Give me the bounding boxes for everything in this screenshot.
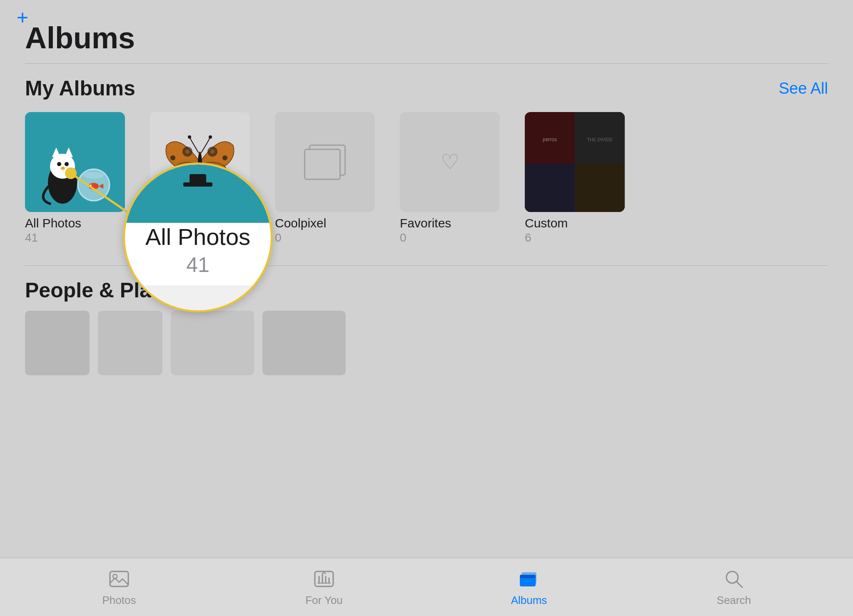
for-you-tab-icon xyxy=(312,567,336,591)
favorites-count: 0 xyxy=(400,231,500,244)
svg-point-19 xyxy=(210,150,214,154)
zoom-count: 41 xyxy=(186,253,210,277)
all-photos-thumb xyxy=(25,112,125,212)
zoom-bubble: All Photos 41 xyxy=(123,162,273,312)
svg-point-8 xyxy=(65,162,69,166)
svg-rect-38 xyxy=(520,575,536,578)
svg-point-24 xyxy=(209,135,212,139)
svg-point-21 xyxy=(222,155,227,160)
favorites-thumb: ♡ xyxy=(400,112,500,212)
see-all-button[interactable]: See All xyxy=(779,80,828,97)
svg-point-17 xyxy=(185,150,190,154)
albums-icon xyxy=(518,568,540,590)
albums-tab-icon xyxy=(517,567,541,591)
tab-for-you[interactable]: For You xyxy=(222,567,426,607)
people-item-3[interactable] xyxy=(171,311,254,375)
coolpixel-count: 0 xyxy=(275,231,375,244)
tab-photos-label: Photos xyxy=(102,594,136,607)
svg-point-14 xyxy=(90,185,92,186)
album-item-all-photos[interactable]: All Photos 41 xyxy=(25,112,125,244)
coolpixel-thumb xyxy=(275,112,375,212)
svg-point-9 xyxy=(61,167,65,170)
people-item-2[interactable] xyxy=(98,311,162,375)
album-item-custom[interactable]: perros THE DIVIDE xyxy=(525,112,625,244)
svg-rect-29 xyxy=(525,164,575,212)
custom-name: Custom xyxy=(525,216,625,230)
photo-placeholder-icon xyxy=(304,145,346,180)
tab-albums[interactable]: Albums xyxy=(426,567,631,607)
svg-rect-32 xyxy=(190,174,206,186)
svg-text:THE DIVIDE: THE DIVIDE xyxy=(587,137,613,142)
hat-icon xyxy=(181,172,214,197)
album-item-favorites[interactable]: ♡ Favorites 0 xyxy=(400,112,500,244)
hat-container xyxy=(181,172,214,199)
svg-point-23 xyxy=(188,135,191,139)
for-you-icon xyxy=(313,568,335,590)
svg-rect-35 xyxy=(315,571,333,586)
tab-search[interactable]: Search xyxy=(631,567,836,607)
section-header: My Albums See All xyxy=(25,76,828,100)
svg-text:perros: perros xyxy=(543,137,557,142)
header: + Albums xyxy=(0,0,853,63)
custom-count: 6 xyxy=(525,231,625,244)
page-title: Albums xyxy=(25,12,828,63)
heart-icon: ♡ xyxy=(441,150,459,174)
cat-illustration xyxy=(29,116,121,208)
zoom-title: All Photos xyxy=(145,223,250,250)
my-albums-title: My Albums xyxy=(25,76,135,100)
svg-point-4 xyxy=(50,154,75,179)
favorites-name: Favorites xyxy=(400,216,500,230)
custom-thumb: perros THE DIVIDE xyxy=(525,112,625,212)
all-photos-name: All Photos xyxy=(25,216,125,230)
tab-photos[interactable]: Photos xyxy=(17,567,222,607)
search-tab-icon xyxy=(722,567,746,591)
photos-tab-icon xyxy=(107,567,131,591)
tab-for-you-label: For You xyxy=(305,594,343,607)
tab-bar: Photos For You A xyxy=(0,558,853,616)
svg-point-7 xyxy=(57,162,61,166)
people-places-section: People & Places xyxy=(0,266,853,375)
tab-albums-label: Albums xyxy=(511,594,547,607)
svg-rect-30 xyxy=(575,164,625,212)
photos-icon xyxy=(108,568,130,590)
people-item-1[interactable] xyxy=(25,311,90,375)
tab-search-label: Search xyxy=(717,594,751,607)
all-photos-count: 41 xyxy=(25,231,125,244)
album-item-coolpixel[interactable]: Coolpixel 0 xyxy=(275,112,375,244)
svg-rect-33 xyxy=(110,571,128,586)
add-button[interactable]: + xyxy=(17,7,28,27)
people-item-4[interactable] xyxy=(262,311,346,375)
search-icon xyxy=(723,568,745,590)
svg-point-12 xyxy=(89,183,99,190)
coolpixel-name: Coolpixel xyxy=(275,216,375,230)
svg-point-11 xyxy=(83,172,104,179)
people-grid xyxy=(25,311,828,375)
svg-point-20 xyxy=(170,155,175,160)
